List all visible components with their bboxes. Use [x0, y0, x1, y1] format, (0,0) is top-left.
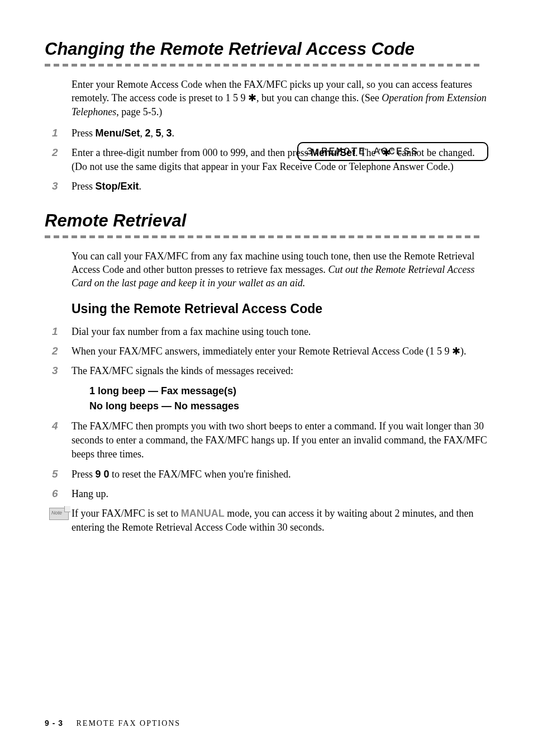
key-label: Stop/Exit	[96, 181, 139, 192]
step-number: 6	[52, 487, 72, 501]
chapter-name: REMOTE FAX OPTIONS	[77, 719, 181, 727]
beep-info-1: 1 long beep — Fax message(s)	[89, 384, 488, 399]
key-label: 2	[145, 127, 151, 139]
step-1: 1 Press Menu/Set, 2, 5, 3.	[52, 126, 488, 140]
text: to reset the FAX/MFC when you're finishe…	[110, 469, 291, 480]
note-block: If your FAX/MFC is set to MANUAL mode, y…	[49, 507, 488, 535]
step-number: 1	[52, 325, 72, 339]
note-icon	[49, 508, 69, 520]
step-text: Dial your fax number from a fax machine …	[72, 325, 488, 339]
lcd-display: 3.REMOTE ACCESS	[297, 142, 488, 161]
step-number: 1	[52, 126, 72, 140]
step-text: The FAX/MFC signals the kinds of message…	[72, 364, 488, 378]
section-title-remote-retrieval: Remote Retrieval	[45, 211, 488, 231]
page-footer: 9 - 3 REMOTE FAX OPTIONS	[45, 719, 180, 728]
mode-label: MANUAL	[181, 508, 225, 519]
intro-text-2: , page 5-5.)	[116, 106, 162, 117]
divider	[45, 64, 488, 67]
beep-info-2: No long beeps — No messages	[89, 399, 488, 414]
text: Enter a three-digit number from 000 to 9…	[72, 147, 311, 158]
step-text: Press 9 0 to reset the FAX/MFC when you'…	[72, 467, 488, 481]
step-number: 5	[52, 467, 72, 481]
key-label: 3	[166, 127, 172, 139]
section-title-changing-code: Changing the Remote Retrieval Access Cod…	[45, 39, 488, 59]
step-text: Press Menu/Set, 2, 5, 3.	[72, 126, 488, 140]
text: ,	[140, 127, 145, 139]
step-number: 4	[52, 419, 72, 433]
key-label: 5	[156, 127, 161, 139]
step-number: 2	[52, 146, 72, 160]
step-5: 5 Press 9 0 to reset the FAX/MFC when yo…	[52, 467, 488, 481]
intro-paragraph-2: You can call your FAX/MFC from any fax m…	[72, 249, 488, 290]
step-6: 6 Hang up.	[52, 487, 488, 501]
key-label: Menu/Set	[96, 127, 140, 139]
step-3: 3 The FAX/MFC signals the kinds of messa…	[52, 364, 488, 378]
step-1: 1 Dial your fax number from a fax machin…	[52, 325, 488, 339]
step-text: Press Stop/Exit.	[72, 179, 488, 193]
step-4: 4 The FAX/MFC then prompts you with two …	[52, 419, 488, 462]
text: If your FAX/MFC is set to	[72, 508, 181, 519]
text: ,	[151, 127, 156, 139]
step-text: When your FAX/MFC answers, immediately e…	[72, 344, 488, 358]
text: Press	[72, 127, 96, 139]
step-text: The FAX/MFC then prompts you with two sh…	[72, 419, 488, 462]
text: .	[172, 127, 175, 139]
step-text: Hang up.	[72, 487, 488, 501]
text: .	[139, 181, 142, 192]
divider	[45, 235, 488, 238]
step-number: 3	[52, 179, 72, 193]
text: ,	[161, 127, 166, 139]
text: Press	[72, 469, 96, 480]
intro-paragraph: Enter your Remote Access Code when the F…	[72, 78, 488, 119]
procedure-list-2b: 4 The FAX/MFC then prompts you with two …	[52, 419, 488, 501]
step-3: 3 Press Stop/Exit.	[52, 179, 488, 193]
step-number: 3	[52, 364, 72, 378]
text: Press	[72, 181, 96, 192]
note-text: If your FAX/MFC is set to MANUAL mode, y…	[72, 507, 488, 535]
page-number: 9 - 3	[45, 719, 63, 727]
subsection-title-using-code: Using the Remote Retrieval Access Code	[72, 301, 488, 316]
procedure-list-2: 1 Dial your fax number from a fax machin…	[52, 325, 488, 379]
step-2: 2 When your FAX/MFC answers, immediately…	[52, 344, 488, 358]
step-number: 2	[52, 344, 72, 358]
key-label: 9 0	[96, 469, 110, 480]
